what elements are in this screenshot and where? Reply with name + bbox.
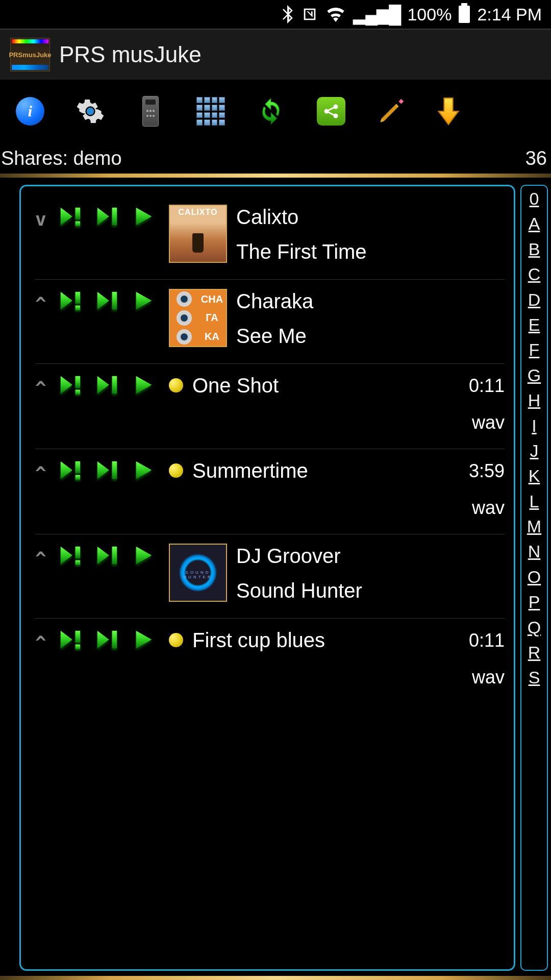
svg-rect-18 [112, 547, 117, 565]
svg-rect-10 [76, 376, 81, 388]
shares-bar: Shares: demo 36 [0, 143, 551, 174]
bluetooth-icon [281, 5, 294, 23]
app-title: PRS musJuke [59, 42, 202, 67]
info-button[interactable]: i [15, 96, 45, 126]
track-format: wav [464, 667, 505, 688]
play-now-button[interactable] [59, 544, 82, 567]
alpha-index-letter[interactable]: 0 [530, 190, 539, 207]
track-dot-icon [169, 463, 183, 478]
track-title: See Me [236, 324, 505, 348]
track-row[interactable]: vCalixtoThe First Time [35, 195, 505, 280]
svg-point-0 [87, 108, 94, 115]
share-button[interactable] [316, 96, 346, 126]
track-format: wav [464, 497, 505, 519]
artist-name: Calixto [236, 205, 505, 229]
toolbar: i [0, 80, 551, 143]
alpha-index-letter[interactable]: O [528, 568, 541, 585]
divider-top [0, 174, 551, 178]
alpha-index-letter[interactable]: K [529, 467, 540, 484]
app-logo[interactable]: PRSmusJuke [10, 38, 50, 71]
battery-icon [459, 6, 470, 23]
play-next-button[interactable] [95, 289, 119, 312]
track-row[interactable]: ^First cup blues0:11wav [35, 619, 505, 703]
edit-button[interactable] [377, 96, 406, 126]
expand-toggle[interactable]: ^ [35, 544, 56, 569]
track-list[interactable]: vCalixtoThe First Time^CHAГАKACharakaSee… [19, 185, 515, 971]
alpha-index-letter[interactable]: P [529, 593, 540, 610]
track-title: The First Time [236, 239, 505, 264]
expand-toggle[interactable]: ^ [35, 628, 56, 653]
download-button[interactable] [434, 96, 463, 126]
alpha-index-letter[interactable]: A [529, 215, 540, 232]
play-button[interactable] [132, 458, 156, 482]
play-next-button[interactable] [95, 205, 119, 228]
artist-name: Charaka [236, 289, 505, 313]
play-now-button[interactable] [59, 205, 82, 228]
play-now-button[interactable] [59, 289, 82, 312]
alpha-index-letter[interactable]: N [528, 543, 541, 560]
play-next-button[interactable] [95, 373, 119, 397]
shares-label: Shares: demo [1, 148, 122, 169]
wifi-icon [325, 6, 346, 22]
alpha-index-letter[interactable]: J [530, 442, 539, 459]
play-next-button[interactable] [95, 458, 119, 482]
alpha-index-letter[interactable]: F [529, 341, 540, 358]
alpha-index-letter[interactable]: R [528, 644, 541, 661]
expand-toggle[interactable]: ^ [35, 458, 56, 483]
expand-toggle[interactable]: ^ [35, 289, 56, 314]
play-next-button[interactable] [95, 544, 119, 567]
svg-rect-12 [112, 376, 117, 394]
svg-rect-8 [76, 306, 81, 311]
track-row[interactable]: ^DJ GrooverSound Hunter [35, 534, 505, 619]
track-row[interactable]: ^CHAГАKACharakaSee Me [35, 280, 505, 364]
svg-rect-13 [76, 461, 81, 473]
alpha-index-letter[interactable]: M [527, 518, 541, 535]
expand-toggle[interactable]: ^ [35, 373, 56, 398]
alpha-index-letter[interactable]: S [529, 669, 540, 686]
play-now-button[interactable] [59, 373, 82, 397]
svg-rect-11 [76, 390, 81, 395]
artist-name: DJ Groover [236, 544, 505, 568]
track-format: wav [464, 412, 505, 433]
play-button[interactable] [132, 205, 156, 228]
alpha-index[interactable]: 0ABCDEFGHIJKLMNOPQRS [520, 185, 548, 971]
sync-button[interactable] [256, 96, 286, 126]
alpha-index-letter[interactable]: L [530, 493, 539, 510]
alpha-index-letter[interactable]: I [532, 417, 536, 434]
alpha-index-letter[interactable]: D [528, 291, 541, 308]
play-now-button[interactable] [59, 458, 82, 482]
svg-rect-19 [76, 631, 81, 643]
settings-button[interactable] [76, 96, 105, 126]
alpha-index-letter[interactable]: B [529, 240, 540, 258]
svg-rect-9 [112, 292, 117, 310]
alpha-index-letter[interactable]: H [528, 391, 541, 409]
nfc-icon [301, 6, 318, 23]
alpha-index-letter[interactable]: C [528, 265, 541, 283]
track-row[interactable]: ^One Shot0:11wav [35, 364, 505, 449]
shares-count: 36 [525, 148, 547, 169]
svg-rect-7 [76, 292, 81, 304]
status-bar: ▂▄▆█ 100% 2:14 PM [0, 0, 551, 29]
expand-toggle[interactable]: v [35, 205, 56, 230]
remote-button[interactable] [136, 96, 165, 126]
play-button[interactable] [132, 289, 156, 312]
play-button[interactable] [132, 628, 156, 651]
album-art[interactable]: CHAГАKA [169, 289, 227, 347]
play-now-button[interactable] [59, 628, 82, 651]
svg-rect-21 [112, 631, 117, 649]
track-duration: 0:11 [464, 630, 505, 651]
alpha-index-letter[interactable]: G [528, 366, 541, 384]
alpha-index-letter[interactable]: E [529, 316, 540, 333]
alpha-index-letter[interactable]: Q [528, 619, 541, 636]
album-art[interactable] [169, 205, 227, 263]
play-button[interactable] [132, 544, 156, 567]
svg-rect-15 [112, 461, 117, 479]
grid-button[interactable] [196, 96, 226, 126]
svg-rect-4 [76, 208, 81, 219]
track-title: One Shot [192, 373, 464, 398]
album-art[interactable] [169, 544, 227, 602]
play-button[interactable] [132, 373, 156, 397]
svg-rect-17 [76, 560, 81, 566]
track-row[interactable]: ^Summertime3:59wav [35, 449, 505, 534]
play-next-button[interactable] [95, 628, 119, 651]
